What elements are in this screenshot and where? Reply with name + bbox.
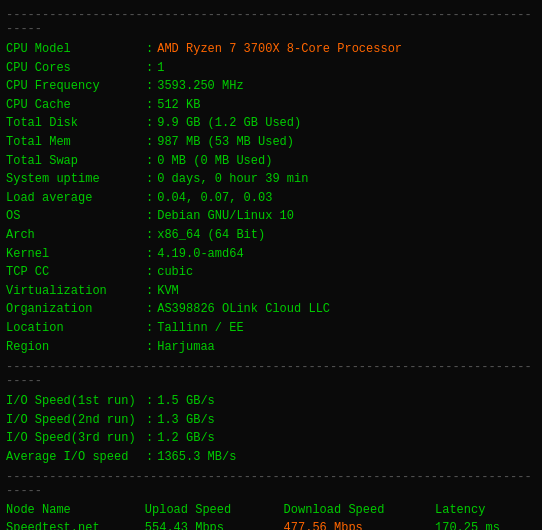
sysinfo-label: Organization xyxy=(6,300,146,319)
sysinfo-sep: : xyxy=(146,319,153,338)
io-row: I/O Speed(2nd run): 1.3 GB/s xyxy=(6,411,536,430)
io-sep: : xyxy=(146,411,153,430)
sysinfo-value: Debian GNU/Linux 10 xyxy=(157,207,294,226)
divider-top: ----------------------------------------… xyxy=(6,8,536,36)
sysinfo-row: System uptime: 0 days, 0 hour 39 min xyxy=(6,170,536,189)
divider-mid2: ----------------------------------------… xyxy=(6,470,536,498)
sysinfo-row: Total Swap: 0 MB (0 MB Used) xyxy=(6,152,536,171)
sysinfo-label: Load average xyxy=(6,189,146,208)
sysinfo-sep: : xyxy=(146,59,153,78)
io-sep: : xyxy=(146,448,153,467)
sysinfo-value: 0.04, 0.07, 0.03 xyxy=(157,189,272,208)
sysinfo-label: System uptime xyxy=(6,170,146,189)
sysinfo-label: CPU Model xyxy=(6,40,146,59)
divider-mid1: ----------------------------------------… xyxy=(6,360,536,388)
sysinfo-row: CPU Model: AMD Ryzen 7 3700X 8-Core Proc… xyxy=(6,40,536,59)
sysinfo-sep: : xyxy=(146,338,153,357)
sysinfo-row: CPU Cache: 512 KB xyxy=(6,96,536,115)
col-header-download: Download Speed xyxy=(284,502,435,518)
col-header-latency: Latency xyxy=(435,502,536,518)
sysinfo-value: 0 days, 0 hour 39 min xyxy=(157,170,308,189)
sysinfo-row: Location: Tallinn / EE xyxy=(6,319,536,338)
sysinfo-row: Load average: 0.04, 0.07, 0.03 xyxy=(6,189,536,208)
sysinfo-section: CPU Model: AMD Ryzen 7 3700X 8-Core Proc… xyxy=(6,40,536,356)
sysinfo-row: CPU Frequency: 3593.250 MHz xyxy=(6,77,536,96)
sysinfo-value: 4.19.0-amd64 xyxy=(157,245,243,264)
sysinfo-label: TCP CC xyxy=(6,263,146,282)
sysinfo-row: Arch: x86_64 (64 Bit) xyxy=(6,226,536,245)
sysinfo-value: 3593.250 MHz xyxy=(157,77,243,96)
node-name-cell: Speedtest.net xyxy=(6,518,145,530)
io-row: I/O Speed(1st run): 1.5 GB/s xyxy=(6,392,536,411)
sysinfo-sep: : xyxy=(146,170,153,189)
sysinfo-value: x86_64 (64 Bit) xyxy=(157,226,265,245)
io-row: I/O Speed(3rd run): 1.2 GB/s xyxy=(6,429,536,448)
sysinfo-value: 9.9 GB (1.2 GB Used) xyxy=(157,114,301,133)
sysinfo-row: Region: Harjumaa xyxy=(6,338,536,357)
sysinfo-sep: : xyxy=(146,189,153,208)
node-table: Node Name Upload Speed Download Speed La… xyxy=(6,502,536,530)
sysinfo-sep: : xyxy=(146,245,153,264)
sysinfo-sep: : xyxy=(146,133,153,152)
io-sep: : xyxy=(146,392,153,411)
sysinfo-sep: : xyxy=(146,300,153,319)
sysinfo-sep: : xyxy=(146,96,153,115)
sysinfo-label: Virtualization xyxy=(6,282,146,301)
sysinfo-row: OS: Debian GNU/Linux 10 xyxy=(6,207,536,226)
download-cell: 477.56 Mbps xyxy=(284,518,435,530)
sysinfo-row: Total Mem: 987 MB (53 MB Used) xyxy=(6,133,536,152)
col-header-upload: Upload Speed xyxy=(145,502,284,518)
sysinfo-value: 0 MB (0 MB Used) xyxy=(157,152,272,171)
sysinfo-sep: : xyxy=(146,77,153,96)
sysinfo-value: AMD Ryzen 7 3700X 8-Core Processor xyxy=(157,40,402,59)
sysinfo-row: TCP CC: cubic xyxy=(6,263,536,282)
sysinfo-label: Region xyxy=(6,338,146,357)
io-row: Average I/O speed: 1365.3 MB/s xyxy=(6,448,536,467)
sysinfo-sep: : xyxy=(146,282,153,301)
sysinfo-value: Tallinn / EE xyxy=(157,319,243,338)
sysinfo-sep: : xyxy=(146,114,153,133)
io-label: Average I/O speed xyxy=(6,448,146,467)
sysinfo-label: OS xyxy=(6,207,146,226)
io-section: I/O Speed(1st run): 1.5 GB/sI/O Speed(2n… xyxy=(6,392,536,466)
sysinfo-label: CPU Frequency xyxy=(6,77,146,96)
sysinfo-value: AS398826 OLink Cloud LLC xyxy=(157,300,330,319)
io-label: I/O Speed(3rd run) xyxy=(6,429,146,448)
sysinfo-row: CPU Cores: 1 xyxy=(6,59,536,78)
sysinfo-row: Virtualization: KVM xyxy=(6,282,536,301)
io-label: I/O Speed(1st run) xyxy=(6,392,146,411)
sysinfo-sep: : xyxy=(146,226,153,245)
sysinfo-label: Total Mem xyxy=(6,133,146,152)
table-row: Speedtest.net554.43 Mbps477.56 Mbps170.2… xyxy=(6,518,536,530)
upload-cell: 554.43 Mbps xyxy=(145,518,284,530)
latency-cell: 170.25 ms xyxy=(435,518,536,530)
sysinfo-value: cubic xyxy=(157,263,193,282)
sysinfo-label: Total Disk xyxy=(6,114,146,133)
sysinfo-label: Location xyxy=(6,319,146,338)
io-label: I/O Speed(2nd run) xyxy=(6,411,146,430)
io-value: 1.3 GB/s xyxy=(157,411,215,430)
sysinfo-value: Harjumaa xyxy=(157,338,215,357)
sysinfo-label: Kernel xyxy=(6,245,146,264)
io-value: 1365.3 MB/s xyxy=(157,448,236,467)
sysinfo-sep: : xyxy=(146,152,153,171)
sysinfo-sep: : xyxy=(146,40,153,59)
sysinfo-value: 987 MB (53 MB Used) xyxy=(157,133,294,152)
col-header-node: Node Name xyxy=(6,502,145,518)
io-sep: : xyxy=(146,429,153,448)
sysinfo-value: KVM xyxy=(157,282,179,301)
sysinfo-row: Total Disk: 9.9 GB (1.2 GB Used) xyxy=(6,114,536,133)
sysinfo-label: Total Swap xyxy=(6,152,146,171)
sysinfo-row: Organization: AS398826 OLink Cloud LLC xyxy=(6,300,536,319)
sysinfo-row: Kernel: 4.19.0-amd64 xyxy=(6,245,536,264)
sysinfo-value: 1 xyxy=(157,59,164,78)
sysinfo-label: CPU Cache xyxy=(6,96,146,115)
sysinfo-label: Arch xyxy=(6,226,146,245)
sysinfo-sep: : xyxy=(146,263,153,282)
io-value: 1.2 GB/s xyxy=(157,429,215,448)
sysinfo-label: CPU Cores xyxy=(6,59,146,78)
io-value: 1.5 GB/s xyxy=(157,392,215,411)
sysinfo-value: 512 KB xyxy=(157,96,200,115)
sysinfo-sep: : xyxy=(146,207,153,226)
